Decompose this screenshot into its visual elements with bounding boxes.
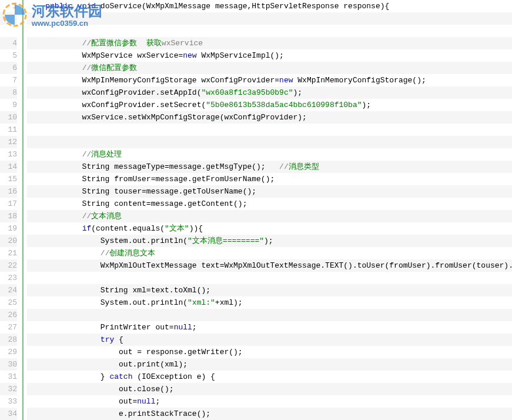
code-line[interactable] — [27, 124, 512, 136]
code-line[interactable]: wxConfigProvider.setSecret("5b0e8613b538… — [27, 99, 512, 111]
code-line[interactable]: PrintWriter out=null; — [27, 321, 512, 334]
line-number: 8 — [0, 86, 17, 99]
line-number: 19 — [0, 222, 17, 235]
line-number: 18 — [0, 210, 17, 222]
code-line[interactable]: String fromUser=message.getFromUserName(… — [27, 173, 512, 185]
line-number: 4 — [0, 37, 17, 49]
code-line[interactable]: //配置微信参数 获取wxService — [27, 37, 512, 49]
line-number: 33 — [0, 395, 17, 408]
code-line[interactable]: out=null; — [27, 395, 512, 408]
code-line[interactable]: System.out.println("文本消息========"); — [27, 235, 512, 247]
code-line[interactable]: } catch (IOException e) { — [27, 371, 512, 383]
code-line[interactable]: wxConfigProvider.setAppId("wx60a8f1c3a95… — [27, 86, 512, 99]
code-line[interactable]: WxMpInMemoryConfigStorage wxConfigProvid… — [27, 74, 512, 86]
code-line[interactable] — [27, 309, 512, 321]
code-line[interactable]: String messageType=message.getMsgType();… — [27, 161, 512, 173]
line-number: 12 — [0, 136, 17, 148]
line-number-gutter: 1 45678910111213141516171819202122232425… — [0, 0, 22, 420]
line-number: 11 — [0, 124, 17, 136]
line-number: 23 — [0, 272, 17, 284]
line-number: 25 — [0, 296, 17, 309]
line-number: 17 — [0, 198, 17, 210]
line-number: 31 — [0, 371, 17, 383]
line-number: 9 — [0, 99, 17, 111]
code-line[interactable]: public void doService(WxMpXmlMessage mes… — [27, 0, 512, 12]
line-number: 34 — [0, 408, 17, 420]
code-line[interactable]: out.close(); — [27, 383, 512, 395]
code-editor: 1 45678910111213141516171819202122232425… — [0, 0, 512, 420]
line-number: 32 — [0, 383, 17, 395]
line-number: 30 — [0, 358, 17, 371]
code-line[interactable]: e.printStackTrace(); — [27, 408, 512, 420]
code-line[interactable] — [27, 25, 512, 37]
code-line[interactable]: String content=message.getContent(); — [27, 198, 512, 210]
code-line[interactable]: String xml=text.toXml(); — [27, 284, 512, 296]
code-line[interactable]: wxService.setWxMpConfigStorage(wxConfigP… — [27, 111, 512, 124]
code-line[interactable] — [27, 12, 512, 25]
code-line[interactable] — [27, 272, 512, 284]
line-number: 20 — [0, 235, 17, 247]
line-number: 7 — [0, 74, 17, 86]
code-line[interactable]: //创建消息文本 — [27, 247, 512, 259]
line-number: 29 — [0, 346, 17, 358]
line-number: 5 — [0, 49, 17, 62]
code-line[interactable]: out = response.getWriter(); — [27, 346, 512, 358]
code-line[interactable]: //微信配置参数 — [27, 62, 512, 74]
code-line[interactable]: System.out.println("xml:"+xml); — [27, 296, 512, 309]
line-number: 28 — [0, 334, 17, 346]
line-number — [0, 12, 17, 25]
line-number: 6 — [0, 62, 17, 74]
code-line[interactable]: WxMpXmlOutTextMessage text=WxMpXmlOutTex… — [27, 259, 512, 272]
line-number: 10 — [0, 111, 17, 124]
line-number: 26 — [0, 309, 17, 321]
code-content[interactable]: public void doService(WxMpXmlMessage mes… — [24, 0, 512, 420]
line-number: 14 — [0, 161, 17, 173]
code-line[interactable]: out.print(xml); — [27, 358, 512, 371]
code-line[interactable]: try { — [27, 334, 512, 346]
line-number: 16 — [0, 185, 17, 198]
code-line[interactable] — [27, 136, 512, 148]
code-line[interactable]: //消息处理 — [27, 148, 512, 161]
code-line[interactable]: WxMpService wxService=new WxMpServiceImp… — [27, 49, 512, 62]
code-line[interactable]: //文本消息 — [27, 210, 512, 222]
line-number: 1 — [0, 0, 17, 12]
line-number: 21 — [0, 247, 17, 259]
line-number — [0, 25, 17, 37]
code-line[interactable]: String touser=message.getToUserName(); — [27, 185, 512, 198]
code-line[interactable]: if(content.equals("文本")){ — [27, 222, 512, 235]
line-number: 22 — [0, 259, 17, 272]
line-number: 27 — [0, 321, 17, 334]
line-number: 15 — [0, 173, 17, 185]
line-number: 24 — [0, 284, 17, 296]
line-number: 13 — [0, 148, 17, 161]
